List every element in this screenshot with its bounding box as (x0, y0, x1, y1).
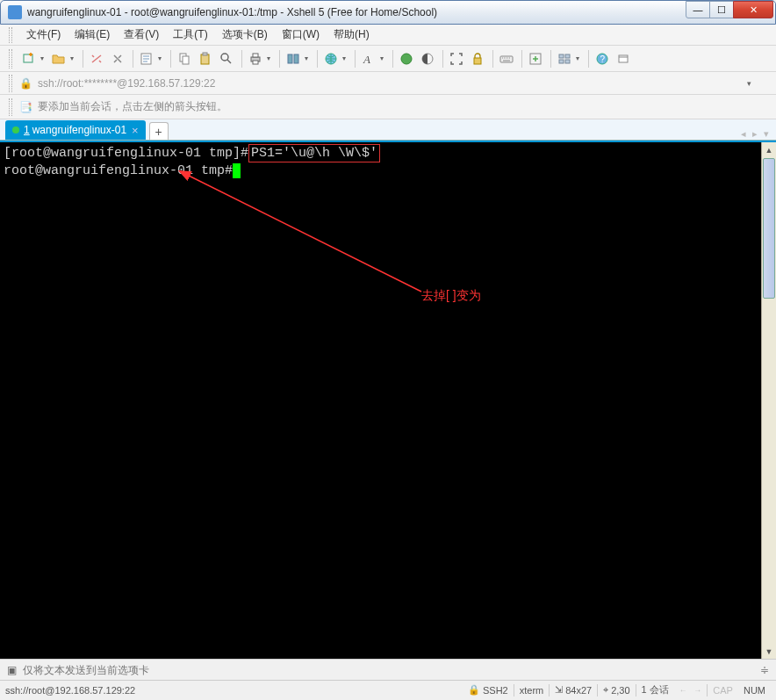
terminal-line-2: root@wangruifenglinux-01 tmp# (4, 162, 758, 179)
status-num: NUM (738, 685, 771, 696)
font-icon[interactable]: A (359, 49, 378, 69)
svg-rect-11 (294, 54, 298, 63)
menu-window[interactable]: 窗口(W) (275, 25, 327, 45)
menu-tools[interactable]: 工具(T) (166, 25, 214, 45)
layout-icon[interactable] (555, 49, 574, 69)
tab-add-button[interactable]: + (149, 122, 169, 140)
disconnect-icon[interactable] (108, 49, 127, 69)
annotation-text: 去掉[ ]变为 (421, 287, 481, 304)
address-dropdown[interactable]: ▾ (742, 79, 757, 88)
fullscreen-icon[interactable] (447, 49, 466, 69)
layout-dropdown[interactable]: ▾ (576, 54, 585, 62)
bookmark-arrow-icon[interactable]: 📑 (19, 101, 32, 113)
print-dropdown[interactable]: ▾ (267, 54, 276, 62)
toolbar-sep (170, 50, 171, 68)
svg-rect-10 (288, 54, 292, 63)
tab-list-dropdown[interactable]: ▾ (764, 128, 769, 139)
cursor-pos-icon: ⌖ (603, 684, 608, 696)
terminal-container: [root@wangruifenglinux-01 tmp]#PS1='\u@\… (0, 141, 776, 659)
terminal[interactable]: [root@wangruifenglinux-01 tmp]#PS1='\u@\… (0, 142, 761, 659)
compose-mode-icon[interactable]: ▣ (4, 664, 19, 676)
reconnect-icon[interactable] (87, 49, 106, 69)
scroll-down-icon[interactable]: ▼ (762, 644, 776, 659)
svg-rect-19 (559, 54, 564, 58)
vertical-scrollbar[interactable]: ▲ ▼ (761, 142, 776, 659)
toolbar-sep (133, 50, 133, 68)
status-sessions: 1 会话 (636, 683, 674, 696)
svg-text:?: ? (600, 54, 606, 64)
keyboard-icon[interactable] (497, 49, 516, 69)
status-cap: CAP (708, 685, 738, 696)
scroll-up-icon[interactable]: ▲ (762, 142, 776, 157)
tab-prev-icon[interactable]: ◂ (741, 128, 746, 139)
menu-edit[interactable]: 编辑(E) (68, 25, 117, 45)
add-icon[interactable] (526, 49, 545, 69)
svg-rect-16 (474, 58, 481, 64)
svg-rect-22 (565, 60, 570, 63)
color-icon[interactable] (397, 49, 416, 69)
menubar: 文件(F) 编辑(E) 查看(V) 工具(T) 选项卡(B) 窗口(W) 帮助(… (0, 25, 776, 46)
window-controls: — ☐ ✕ (686, 1, 773, 18)
globe-icon[interactable] (321, 49, 341, 69)
lock-icon[interactable] (468, 49, 487, 69)
maximize-button[interactable]: ☐ (709, 1, 734, 18)
svg-rect-5 (203, 53, 207, 55)
toolbar-sep (492, 50, 493, 68)
menu-tab[interactable]: 选项卡(B) (215, 25, 275, 45)
svg-point-14 (401, 54, 412, 64)
tab-session-1[interactable]: 1 wangruifenglinux-01 × (5, 120, 146, 140)
statusbar: ssh://root@192.168.57.129:22 🔒SSH2 xterm… (0, 680, 776, 699)
svg-rect-17 (500, 56, 513, 62)
scroll-thumb[interactable] (763, 158, 775, 299)
xftp-dropdown[interactable]: ▾ (305, 54, 313, 62)
toolbar-sep (355, 50, 356, 68)
find-icon[interactable] (217, 49, 236, 69)
new-session-icon[interactable] (19, 49, 39, 69)
svg-rect-20 (565, 54, 570, 58)
properties-icon[interactable] (137, 49, 156, 69)
status-connection: ssh://root@192.168.57.129:22 (5, 685, 463, 696)
tabs-bar: 1 wangruifenglinux-01 × + ◂ ▸ ▾ (0, 119, 776, 141)
svg-point-6 (221, 54, 228, 61)
tab-next-icon[interactable]: ▸ (752, 128, 758, 139)
open-folder-icon[interactable] (49, 49, 68, 69)
menu-help[interactable]: 帮助(H) (327, 25, 377, 45)
print-icon[interactable] (246, 49, 265, 69)
theme-icon[interactable] (418, 49, 437, 69)
terminal-cursor (233, 163, 241, 178)
menu-view[interactable]: 查看(V) (117, 25, 166, 45)
svg-rect-9 (253, 61, 258, 64)
tab-number: 1 (24, 124, 30, 136)
status-session-nav[interactable]: ← → (674, 686, 708, 695)
menu-file[interactable]: 文件(F) (19, 25, 68, 45)
window-title: wangruifenglinux-01 - root@wangruifengli… (27, 6, 686, 18)
terminal-line-1: [root@wangruifenglinux-01 tmp]#PS1='\u@\… (4, 144, 758, 162)
globe-dropdown[interactable]: ▾ (342, 54, 351, 62)
status-size: ⇲84x27 (550, 684, 597, 696)
lock-small-icon: 🔒 (19, 77, 32, 90)
close-button[interactable]: ✕ (733, 1, 773, 18)
properties-dropdown[interactable]: ▾ (158, 54, 167, 62)
tab-nav: ◂ ▸ ▾ (739, 128, 771, 140)
hintbar-grip (9, 98, 12, 116)
new-session-dropdown[interactable]: ▾ (40, 54, 49, 62)
svg-rect-3 (183, 56, 189, 64)
tab-close-icon[interactable]: × (132, 124, 139, 137)
toolbar-grip (9, 49, 12, 69)
minimize-button[interactable]: — (686, 1, 710, 18)
compose-toggle-icon[interactable]: ≑ (760, 664, 772, 676)
font-dropdown[interactable]: ▾ (380, 54, 389, 62)
about-icon[interactable] (614, 49, 633, 69)
address-text[interactable]: ssh://root:********@192.168.57.129:22 (38, 77, 742, 90)
paste-icon[interactable] (196, 49, 215, 69)
toolbar: ▾ ▾ ▾ ▾ ▾ ▾ A ▾ ▾ ? (0, 46, 776, 72)
xftp-icon[interactable] (284, 49, 303, 69)
svg-rect-8 (253, 54, 258, 57)
hint-text: 要添加当前会话，点击左侧的箭头按钮。 (38, 99, 227, 114)
toolbar-sep (83, 50, 83, 68)
compose-input[interactable] (19, 662, 760, 678)
help-icon[interactable]: ? (593, 49, 612, 69)
open-dropdown[interactable]: ▾ (70, 54, 79, 62)
window-titlebar: wangruifenglinux-01 - root@wangruifengli… (0, 0, 776, 25)
copy-icon[interactable] (175, 49, 194, 69)
